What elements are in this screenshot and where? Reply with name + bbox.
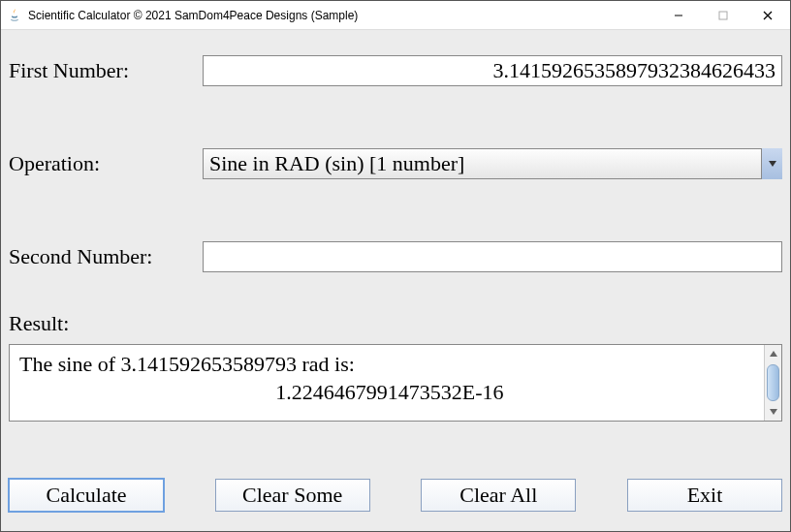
second-number-row: Second Number: — [9, 241, 782, 272]
operation-selected-value: Sine in RAD (sin) [1 number] — [209, 151, 464, 176]
second-number-input[interactable] — [203, 241, 782, 272]
clear-some-button[interactable]: Clear Some — [215, 479, 370, 512]
result-label: Result: — [9, 311, 782, 336]
first-number-row: First Number: — [9, 55, 782, 86]
clear-all-button[interactable]: Clear All — [421, 479, 576, 512]
button-row: Calculate Clear Some Clear All Exit — [9, 479, 782, 512]
java-icon — [7, 8, 22, 23]
operation-label: Operation: — [9, 151, 203, 176]
maximize-button[interactable] — [701, 1, 745, 29]
result-line-2: 1.2246467991473532E-16 — [19, 379, 760, 407]
svg-marker-5 — [770, 351, 777, 357]
close-button[interactable] — [745, 1, 790, 29]
scroll-thumb[interactable] — [767, 364, 779, 401]
first-number-label: First Number: — [9, 58, 203, 83]
second-number-label: Second Number: — [9, 244, 203, 269]
operation-row: Operation: Sine in RAD (sin) [1 number] — [9, 148, 782, 179]
result-scrollbar[interactable] — [764, 345, 781, 421]
window-controls — [656, 1, 790, 29]
svg-marker-6 — [770, 409, 777, 415]
scroll-up-icon[interactable] — [765, 345, 781, 362]
chevron-down-icon — [761, 148, 782, 179]
app-window: Scientific Calculator © 2021 SamDom4Peac… — [0, 0, 791, 532]
svg-marker-4 — [769, 161, 776, 167]
content-panel: First Number: Operation: Sine in RAD (si… — [1, 30, 790, 531]
title-bar: Scientific Calculator © 2021 SamDom4Peac… — [1, 1, 790, 30]
scroll-down-icon[interactable] — [765, 403, 781, 421]
window-title: Scientific Calculator © 2021 SamDom4Peac… — [28, 9, 656, 22]
result-line-1: The sine of 3.141592653589793 rad is: — [19, 351, 760, 379]
result-output[interactable]: The sine of 3.141592653589793 rad is: 1.… — [9, 344, 782, 422]
svg-rect-1 — [719, 12, 727, 19]
exit-button[interactable]: Exit — [627, 479, 782, 512]
result-section: Result: The sine of 3.141592653589793 ra… — [9, 311, 782, 422]
minimize-button[interactable] — [656, 1, 701, 29]
first-number-input[interactable] — [203, 55, 782, 86]
operation-select[interactable]: Sine in RAD (sin) [1 number] — [203, 148, 782, 179]
calculate-button[interactable]: Calculate — [9, 479, 164, 512]
